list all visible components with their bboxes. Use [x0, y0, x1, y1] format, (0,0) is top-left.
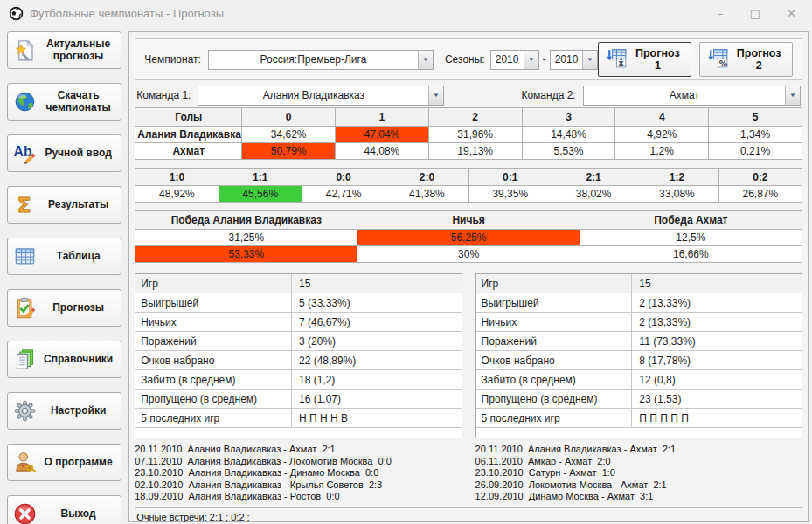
probability-cell: 48,92% — [135, 186, 219, 203]
team1-select[interactable]: Алания Владикавказ ▼ — [198, 86, 444, 106]
seasons-label: Сезоны: — [445, 53, 485, 66]
sidebar-item-references[interactable]: Справочники — [7, 341, 121, 378]
sigma-icon: Σ — [12, 193, 37, 217]
probability-cell: 5,53% — [522, 143, 615, 160]
outcome-probability-table: Победа Алания Владикавказ Ничья Победа А… — [135, 210, 802, 263]
forecast-2-button[interactable]: % Прогноз 2 — [699, 42, 793, 77]
gear-icon — [12, 399, 37, 424]
score-header-cell: 2:0 — [385, 169, 468, 186]
score-header-cell: 0:1 — [468, 169, 552, 186]
forecast-1-button[interactable]: x̄ Прогноз 1 — [598, 42, 691, 77]
score-probability-table: 1:0 1:1 0:0 2:0 0:1 2:1 1:2 0:2 48,92% 4… — [135, 168, 802, 203]
list-item: 23.10.2010 Алания Владикавказ - Динамо М… — [135, 467, 462, 479]
probability-cell: 0,21% — [709, 143, 802, 160]
minimize-button[interactable]: – — [718, 8, 724, 19]
score-header-cell: 2:1 — [552, 169, 635, 186]
score-header-cell: 0:0 — [302, 169, 385, 186]
goals-header-cell: 4 — [615, 108, 709, 127]
table-row: Алания Владикавказ 34,62% 47,04% 31,96% … — [135, 127, 802, 143]
list-item: 12.09.2010 Динамо Москва - Ахмат 3:1 — [475, 491, 802, 503]
stats-row: Игр15 — [476, 274, 802, 293]
maximize-button[interactable]: □ — [750, 8, 760, 19]
probability-cell: 31,25% — [135, 230, 357, 246]
sidebar-item-download-championships[interactable]: Скачать чемпионаты — [7, 83, 121, 121]
sidebar-item-forecasts[interactable]: Прогнозы — [7, 289, 121, 327]
team2-label: Команда 2: — [521, 89, 575, 101]
goals-header-cell: 1 — [336, 108, 429, 127]
stats-row: Ничьих2 (13,33%) — [476, 313, 802, 332]
table-row: Ахмат 50,79% 44,08% 19,13% 5,53% 1,2% 0,… — [135, 143, 802, 160]
score-header-row: 1:0 1:1 0:0 2:0 0:1 2:1 1:2 0:2 — [135, 169, 802, 186]
probability-cell-highlighted: 50,79% — [242, 143, 336, 160]
sidebar-item-manual-input[interactable]: Ab Ручной ввод — [7, 134, 121, 172]
score-header-cell: 1:1 — [219, 169, 302, 186]
probability-cell-highlighted: 45,56% — [219, 186, 302, 203]
probability-cell-highlighted: 56,25% — [357, 230, 580, 246]
sidebar-item-settings[interactable]: Настройки — [7, 392, 121, 430]
season-to-select[interactable]: 2010 ▼ — [550, 50, 599, 70]
outcome-header-row: Победа Алания Владикавказ Ничья Победа А… — [135, 211, 802, 230]
probability-cell: 39,35% — [468, 186, 552, 203]
probability-cell-highlighted: 53,33% — [135, 246, 357, 263]
team1-stats-table: Игр15 Выигрышей5 (33,33%) Ничьих7 (46,67… — [135, 273, 462, 438]
user-key-icon — [12, 451, 37, 475]
chevron-down-icon[interactable]: ▼ — [418, 51, 433, 69]
championship-label: Чемпионат: — [144, 53, 201, 66]
titlebar: Футбольные чемпионаты - Прогнозы – □ ✕ — [0, 0, 812, 26]
team2-value: Ахмат — [584, 86, 785, 105]
stats-row: Поражений3 (20%) — [135, 332, 461, 351]
sidebar-item-label: Актуальные прогнозы — [40, 38, 116, 63]
sidebar-item-exit[interactable]: Выход — [7, 495, 121, 524]
outcome-header-cell: Победа Алания Владикавказ — [135, 211, 357, 230]
sidebar-item-label: Справочники — [40, 354, 116, 366]
chevron-down-icon[interactable]: ▼ — [428, 86, 443, 105]
team1-name-cell: Алания Владикавказ — [135, 127, 242, 143]
team1-recent-matches: 20.11.2010 Алания Владикавказ - Ахмат 2:… — [135, 444, 462, 503]
probability-cell: 30% — [357, 246, 580, 263]
probability-cell: 33,08% — [635, 186, 718, 203]
sidebar-item-table[interactable]: Таблица — [7, 238, 121, 275]
table-row: 53,33% 30% 16,66% — [135, 246, 802, 263]
championship-select[interactable]: Россия:Премьер-Лига ▼ — [208, 50, 434, 70]
probability-cell: 1,2% — [615, 143, 709, 160]
manual-input-icon: Ab — [12, 141, 37, 166]
teams-row: Команда 1: Алания Владикавказ ▼ Команда … — [136, 85, 801, 106]
list-item: 07.11.2010 Алания Владикавказ - Локомоти… — [135, 456, 462, 468]
goals-probability-table: Голы 0 1 2 3 4 5 Алания Владикавказ 34,6… — [135, 107, 802, 160]
stats-row: Пропущено (в среднем)16 (1,07) — [135, 390, 461, 409]
toolbar-groupbox: Чемпионат: Россия:Премьер-Лига ▼ Сезоны:… — [135, 38, 802, 80]
sidebar-item-results[interactable]: Σ Результаты — [7, 186, 121, 224]
stats-row: Ничьих7 (46,67%) — [135, 313, 461, 332]
chevron-down-icon[interactable]: ▼ — [582, 51, 597, 69]
team2-select[interactable]: Ахмат ▼ — [583, 86, 801, 106]
probability-cell-highlighted: 47,04% — [336, 127, 429, 143]
stats-row: Выигрышей5 (33,33%) — [135, 293, 461, 313]
season-to-value: 2010 — [551, 51, 583, 69]
football-icon — [9, 6, 24, 21]
sidebar-item-actual-forecasts[interactable]: Актуальные прогнозы — [7, 31, 121, 69]
chevron-down-icon[interactable]: ▼ — [785, 86, 800, 105]
outcome-header-cell: Ничья — [357, 211, 580, 230]
sidebar: Актуальные прогнозы Скачать чемпионаты A… — [0, 26, 128, 524]
probability-cell: 34,62% — [242, 127, 336, 143]
list-item: 18.09.2010 Алания Владикавказ - Ростов 0… — [135, 491, 462, 503]
probability-cell: 38,02% — [552, 186, 635, 203]
probability-cell: 41,38% — [385, 186, 468, 203]
list-item: 02.10.2010 Алания Владикавказ - Крылья С… — [135, 479, 462, 492]
chevron-down-icon[interactable]: ▼ — [524, 51, 538, 69]
close-button[interactable]: ✕ — [787, 8, 796, 19]
globe-icon — [12, 90, 37, 114]
goals-header-cell: 2 — [428, 108, 522, 127]
season-from-select[interactable]: 2010 ▼ — [490, 50, 539, 70]
team2-name-cell: Ахмат — [135, 143, 242, 160]
goals-header-cell: 3 — [522, 108, 615, 127]
probability-cell: 12,5% — [580, 230, 802, 246]
probability-cell: 19,13% — [428, 143, 522, 160]
goals-header-cell: Голы — [135, 108, 242, 127]
stats-row: Забито (в среднем)18 (1,2) — [135, 370, 461, 390]
list-item: 20.11.2010 Алания Владикавказ - Ахмат 2:… — [475, 444, 802, 456]
table-mean-icon: x̄ — [607, 48, 628, 71]
team1-value: Алания Владикавказ — [198, 86, 428, 105]
seasons-dash: - — [543, 53, 546, 66]
sidebar-item-about[interactable]: О программе — [7, 444, 121, 481]
